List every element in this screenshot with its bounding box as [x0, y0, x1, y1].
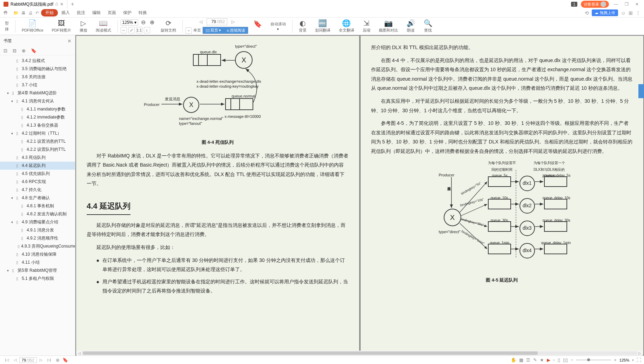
- next-page-button[interactable]: ▷: [229, 19, 237, 24]
- side-tab[interactable]: [638, 84, 644, 98]
- toggle-icon[interactable]: ▾: [11, 132, 15, 135]
- zoom-slider[interactable]: [576, 359, 611, 360]
- bookmark-item[interactable]: ▯4.10 消息传输保障: [0, 250, 75, 258]
- bookmark-item[interactable]: ▯4.1.2 immediate参数: [0, 113, 75, 121]
- bookmark-item[interactable]: ▾▯4.9 消费端要点介绍: [0, 218, 75, 226]
- fit-width-icon[interactable]: ↔: [121, 27, 127, 33]
- bookmark-item[interactable]: ▯3.4.2 拉模式: [0, 57, 75, 65]
- more-icon[interactable]: ⋮: [636, 10, 640, 16]
- bookmark-ribbon-icon[interactable]: 🔖: [31, 48, 36, 54]
- bookmark-item[interactable]: ▯3.5 消费端的确认与拒绝: [0, 65, 75, 73]
- last-page-button[interactable]: ▷|: [45, 358, 53, 362]
- guest-login-button[interactable]: 访客登录: [581, 1, 609, 8]
- toggle-icon[interactable]: ▾: [7, 269, 11, 272]
- actual-size-icon[interactable]: 1:1: [136, 27, 142, 33]
- new-tab-button[interactable]: +: [67, 1, 78, 7]
- toggle-icon[interactable]: ▾: [11, 220, 15, 224]
- next-page-button[interactable]: ▷: [38, 358, 45, 362]
- collapse-all-icon[interactable]: ⊟: [13, 48, 18, 54]
- outline-icon[interactable]: ☰: [526, 357, 530, 363]
- play-button[interactable]: ▷ 播放: [76, 19, 91, 33]
- bookmark-item[interactable]: ▯3.7 小结: [0, 81, 75, 89]
- bookmark-item[interactable]: ▾▯4.2 过期时间（TTL）: [0, 129, 75, 137]
- menu-comment[interactable]: 批注: [73, 10, 89, 16]
- bookmarks-tree[interactable]: ▯3.4.2 拉模式▯3.5 消费端的确认与拒绝▯3.6 关闭连接▯3.7 小结…: [0, 55, 75, 356]
- search-button[interactable]: 🔍 查找: [420, 19, 436, 33]
- bookmark-item[interactable]: ▯3.6 关闭连接: [0, 73, 75, 81]
- auto-scroll-button[interactable]: 自动滚动 ▾: [267, 21, 289, 31]
- pdf-to-office-button[interactable]: 📄 PDF转Office: [18, 19, 47, 33]
- read-aloud-button[interactable]: 🔊 朗读: [403, 19, 419, 33]
- restore-icon[interactable]: ❐: [623, 2, 630, 7]
- bookmark-item[interactable]: ▾▯第4章 RabbitMQ进阶: [0, 89, 75, 97]
- zoom-out-button[interactable]: ⊖: [140, 19, 147, 26]
- menu-edit[interactable]: 编辑: [89, 10, 104, 16]
- menu-protect[interactable]: 保护: [120, 10, 135, 16]
- window-icon[interactable]: ⊞: [629, 10, 633, 16]
- bookmark-item[interactable]: ▯4.11 小结: [0, 258, 75, 267]
- print-icon[interactable]: 🖨: [28, 11, 33, 15]
- select-tool[interactable]: 型 择: [1, 21, 12, 32]
- bookmark-item[interactable]: ▾▯4.8 生产者确认: [0, 194, 75, 202]
- close-icon[interactable]: ✕: [60, 2, 63, 7]
- bookmark-item[interactable]: ▯4.7 持久化: [0, 186, 75, 194]
- bookmark-item[interactable]: ▾▯4.1 消息何去何从: [0, 97, 75, 105]
- bookmark-item[interactable]: ▯4.3 死信队列: [0, 154, 75, 162]
- upload-button[interactable]: ☁ 拖拽上传: [592, 9, 618, 16]
- menu-start[interactable]: 开始: [41, 9, 58, 16]
- page-input[interactable]: 79 /352: [207, 18, 227, 25]
- bookmark-item[interactable]: ▯5.1 多租户与权限: [0, 275, 75, 283]
- thumbnail-icon[interactable]: ▦: [519, 357, 523, 363]
- feedback-icon[interactable]: ☺: [621, 10, 626, 16]
- double-view-icon[interactable]: ▯▯: [563, 357, 568, 363]
- horizontal-scrollbar[interactable]: ◁ ▷: [76, 351, 643, 356]
- page-layout-icon[interactable]: ▫: [553, 357, 555, 363]
- mark-icon[interactable]: ★: [540, 357, 544, 363]
- background-button[interactable]: ◐ 背景: [295, 19, 310, 33]
- undo-icon[interactable]: ↶: [35, 11, 39, 15]
- menu-insert[interactable]: 插入: [58, 10, 73, 16]
- close-window-icon[interactable]: ✕: [633, 2, 640, 7]
- menu-page[interactable]: 页面: [104, 10, 120, 16]
- bookmark-item[interactable]: ▯4.9.1 消息分发: [0, 226, 75, 234]
- prev-page-button[interactable]: ◁: [12, 358, 19, 362]
- add-page-icon[interactable]: ⊕: [56, 357, 60, 363]
- bookmark-item[interactable]: ▯4.2.1 设置消息的TTL: [0, 137, 75, 146]
- toggle-icon[interactable]: ▾: [7, 91, 11, 95]
- bookmark-item[interactable]: ▾▯第5章 RabbitMQ管理: [0, 267, 75, 275]
- compress-button[interactable]: ⇲ 压缩: [359, 19, 374, 33]
- record-icon[interactable]: ▶: [547, 357, 550, 363]
- bookmark-item[interactable]: ▯4.1.1 mandatory参数: [0, 105, 75, 113]
- rotate-button[interactable]: ⟳ 旋转文档: [157, 19, 180, 33]
- continuous-button[interactable]: ≡连续阅读: [224, 27, 248, 34]
- chevron-down-icon[interactable]: ▾: [632, 358, 634, 362]
- bookmark-item[interactable]: ▯4.2.2 设置队列的TTL: [0, 146, 75, 154]
- annotation-icon[interactable]: ✎: [533, 357, 537, 363]
- status-page-input[interactable]: 79 /352: [19, 357, 37, 363]
- single-view-icon[interactable]: ▯: [558, 357, 560, 363]
- zoom-in-icon[interactable]: +: [614, 357, 617, 363]
- zoom-select[interactable]: 125% ▾: [121, 19, 139, 26]
- toggle-icon[interactable]: ▾: [11, 99, 15, 103]
- bookmark-item[interactable]: ▯4.6 RPC实现: [0, 178, 75, 186]
- add-bookmark-icon[interactable]: ⊕: [22, 48, 27, 54]
- prev-page-button[interactable]: ◁: [197, 19, 204, 24]
- full-translate-button[interactable]: 🌐 全文翻译: [335, 19, 358, 33]
- notification-badge[interactable]: 1: [571, 2, 577, 7]
- expand-all-icon[interactable]: ⊡: [4, 48, 9, 54]
- content-viewport[interactable]: type="direct" queue.dlx X x-dead-letter-…: [75, 35, 644, 356]
- bookmark-item[interactable]: ▯4.4 延迟队列: [0, 162, 75, 170]
- bookmark-item[interactable]: ▯4.5 优先级队列: [0, 170, 75, 178]
- screenshot-button[interactable]: 📷 截图和对比: [375, 19, 402, 33]
- bookmark-button[interactable]: 🔖 x: [250, 20, 266, 33]
- bookmark-item[interactable]: ▯4.8.1 事务机制: [0, 202, 75, 210]
- minimize-icon[interactable]: —: [612, 2, 619, 7]
- hand-tool-icon[interactable]: ✋: [511, 357, 516, 363]
- pdf-to-image-button[interactable]: 🖼 PDF转图片: [48, 19, 75, 33]
- toggle-icon[interactable]: ▾: [11, 196, 15, 200]
- fit-page-icon[interactable]: ⤢: [128, 27, 135, 33]
- bookmark-item[interactable]: ▯4.8.2 发送方确认机制: [0, 210, 75, 218]
- dict-translate-button[interactable]: 🔤 划词翻译: [311, 19, 334, 33]
- bookmark-item[interactable]: ▯4.9.2 消息顺序性: [0, 234, 75, 242]
- zoom-out-icon[interactable]: −: [571, 357, 573, 363]
